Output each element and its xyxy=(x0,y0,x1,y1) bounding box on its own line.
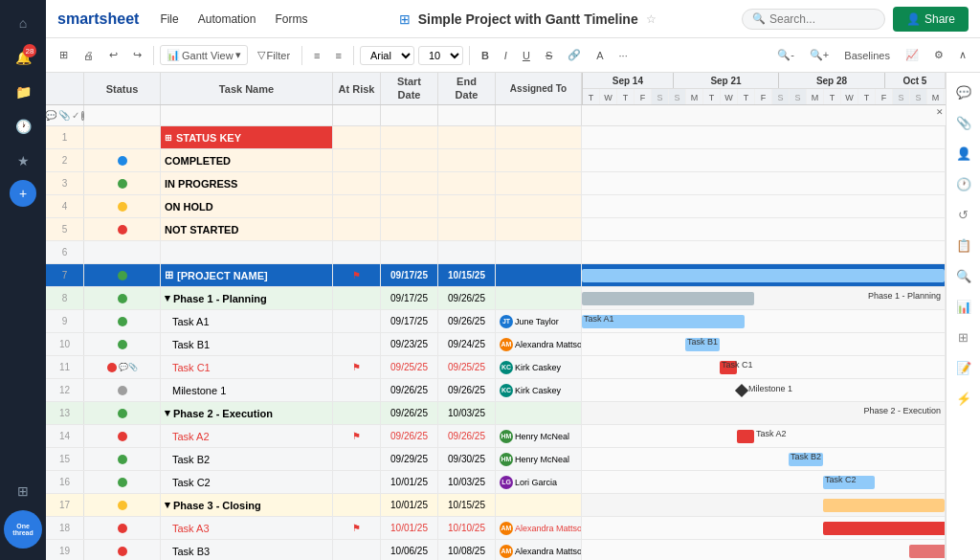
paperclip-icon[interactable]: 📎 xyxy=(58,110,70,121)
end-cell: 09/26/25 xyxy=(438,287,496,309)
collapse-icon[interactable]: ▾ xyxy=(165,292,170,304)
nav-file[interactable]: File xyxy=(154,9,184,30)
clock-icon[interactable]: 🕐 xyxy=(8,111,38,142)
status-cell xyxy=(84,149,161,171)
grid-area: Status Task Name At Risk StartDate EndDa… xyxy=(46,73,980,560)
proofing-panel-icon[interactable]: 🔍 xyxy=(952,264,975,287)
at-risk-cell xyxy=(333,379,381,401)
gantt-view-btn[interactable]: 📊 Gantt View ▾ xyxy=(160,45,248,65)
settings-icon[interactable]: ⚙ xyxy=(928,46,949,64)
notification-icon[interactable]: 🔔 28 xyxy=(8,42,38,73)
search-box[interactable]: 🔍 xyxy=(742,9,885,30)
task-name-cell[interactable]: Task A1 xyxy=(161,310,333,332)
status-header[interactable]: Status xyxy=(84,73,161,104)
attachments-panel-icon[interactable]: 📎 xyxy=(952,111,975,134)
comment-icon[interactable]: 💬 xyxy=(46,110,56,121)
task-name-cell[interactable]: IN PROGRESS xyxy=(161,172,333,194)
close-gantt-btn[interactable]: ✕ xyxy=(936,107,944,117)
task-name-cell[interactable]: ▾ Phase 3 - Closing xyxy=(161,494,333,516)
start-date-header[interactable]: StartDate xyxy=(381,73,438,104)
align-left-icon[interactable]: ≡ xyxy=(308,47,325,64)
task-name-cell[interactable]: ▾ Phase 2 - Execution xyxy=(161,402,333,424)
task-name-cell[interactable]: ▾ Phase 1 - Planning xyxy=(161,287,333,309)
task-name-cell[interactable]: Task C1 xyxy=(161,356,333,378)
summary-panel-icon[interactable]: 📋 xyxy=(952,234,975,257)
font-select[interactable]: Arial xyxy=(360,46,414,65)
nav-automation[interactable]: Automation xyxy=(192,9,262,30)
underline-btn[interactable]: U xyxy=(517,47,536,64)
gantt-cell: Task C2 xyxy=(582,471,946,493)
row-number: 15 xyxy=(46,448,84,470)
task-name-cell[interactable]: Task A2 xyxy=(161,425,333,447)
chart-panel-icon[interactable]: 📊 xyxy=(952,295,975,318)
task-name-cell[interactable]: Task B3 xyxy=(161,540,333,560)
baselines-btn[interactable]: Baselines xyxy=(838,47,896,64)
main-content: smartsheet File Automation Forms ⊞ Simpl… xyxy=(46,0,980,560)
redo-icon[interactable]: ↪ xyxy=(127,46,147,64)
at-risk-header[interactable]: At Risk xyxy=(333,73,381,104)
end-cell: 09/26/25 xyxy=(438,379,496,401)
collapse-icon[interactable]: ∧ xyxy=(953,46,972,64)
text-color-btn[interactable]: A xyxy=(590,47,609,64)
forms-panel-icon[interactable]: 📝 xyxy=(952,356,975,379)
end-cell: 10/15/25 xyxy=(438,264,496,286)
task-name-cell[interactable]: COMPLETED xyxy=(161,149,333,171)
at-risk-cell xyxy=(333,448,381,470)
task-name-cell[interactable]: Milestone 1 xyxy=(161,379,333,401)
nav-forms[interactable]: Forms xyxy=(269,9,313,30)
table-row: 7 ⊞ [PROJECT NAME] ⚑ 09/17/25 10/15/25 xyxy=(46,264,946,287)
row-number: 6 xyxy=(46,241,84,263)
automation-panel-icon[interactable]: ⚡ xyxy=(952,387,975,410)
table-row: 18 Task A3 ⚑ 10/01/25 10/10/25 AM Alexan… xyxy=(46,517,946,540)
more-btn[interactable]: ··· xyxy=(613,47,634,64)
share-button[interactable]: 👤 Share xyxy=(893,7,969,32)
table-row: 19 Task B3 10/06/25 10/08/25 AM Alexandr… xyxy=(46,540,946,560)
end-cell xyxy=(438,218,496,240)
grid-icon[interactable]: ⊞ xyxy=(8,476,38,506)
expand-icon[interactable]: ⊞ xyxy=(165,269,173,281)
task-name-cell[interactable]: Task A3 xyxy=(161,517,333,539)
task-name-header[interactable]: Task Name xyxy=(161,73,333,104)
comments-panel-icon[interactable]: 💬 xyxy=(952,80,975,103)
task-name-cell[interactable] xyxy=(161,241,333,263)
zoom-out-btn[interactable]: 🔍- xyxy=(771,46,800,64)
chart-icon[interactable]: 📈 xyxy=(900,46,924,64)
task-name-cell[interactable]: Task B1 xyxy=(161,333,333,355)
folder-icon[interactable]: 📁 xyxy=(8,77,38,107)
align-center-icon[interactable]: ≡ xyxy=(329,47,346,64)
search-input[interactable] xyxy=(769,12,875,26)
add-icon[interactable]: + xyxy=(10,180,36,207)
check-icon[interactable]: ✓ xyxy=(72,110,79,121)
apps-panel-icon[interactable]: ⊞ xyxy=(952,325,975,348)
home-icon[interactable]: ⌂ xyxy=(8,8,38,38)
font-size-select[interactable]: 10 xyxy=(418,46,463,65)
bold-btn[interactable]: B xyxy=(476,47,495,64)
strikethrough-btn[interactable]: S xyxy=(540,47,558,64)
task-name-cell[interactable]: ⊞ STATUS KEY xyxy=(161,126,333,148)
task-name-cell[interactable]: ⊞ [PROJECT NAME] xyxy=(161,264,333,286)
sub-header: 💬 📎 ✓ i ✕ xyxy=(46,105,946,126)
collapse-icon[interactable]: ▾ xyxy=(165,499,170,511)
gantt-cell xyxy=(582,540,946,560)
task-name-cell[interactable]: Task B2 xyxy=(161,448,333,470)
undo-icon[interactable]: ↩ xyxy=(103,46,123,64)
collapse-icon[interactable]: ▾ xyxy=(165,407,170,419)
contacts-panel-icon[interactable]: 👤 xyxy=(952,142,975,165)
task-name-cell[interactable]: NOT STARTED xyxy=(161,218,333,240)
italic-btn[interactable]: I xyxy=(499,47,513,64)
history-panel-icon[interactable]: 🕐 xyxy=(952,172,975,195)
favorite-icon[interactable]: ☆ xyxy=(646,12,657,26)
assigned-to-header[interactable]: Assigned To xyxy=(496,73,582,104)
avatar: HM xyxy=(500,453,513,466)
print-icon[interactable]: 🖨 xyxy=(78,47,100,64)
filter-btn[interactable]: ▽ Filter xyxy=(252,46,296,64)
update-panel-icon[interactable]: ↺ xyxy=(952,203,975,226)
end-date-header[interactable]: EndDate xyxy=(438,73,496,104)
grid-view-icon[interactable]: ⊞ xyxy=(54,46,74,64)
week-oct5: Oct 5 xyxy=(885,73,946,88)
zoom-in-btn[interactable]: 🔍+ xyxy=(804,46,835,64)
star-nav-icon[interactable]: ★ xyxy=(8,146,38,176)
task-name-cell[interactable]: ON HOLD xyxy=(161,195,333,217)
link-btn[interactable]: 🔗 xyxy=(562,46,587,64)
task-name-cell[interactable]: Task C2 xyxy=(161,471,333,493)
